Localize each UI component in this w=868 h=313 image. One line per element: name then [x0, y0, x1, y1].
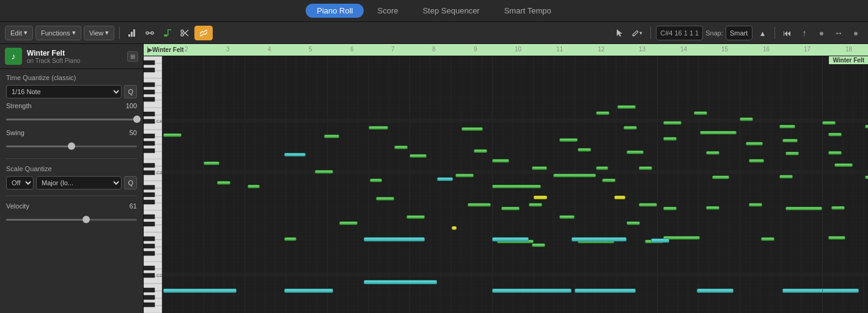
- loop-btn[interactable]: ↔: [831, 26, 846, 40]
- swing-value: 50: [119, 129, 137, 136]
- note: [559, 138, 578, 142]
- snap-select[interactable]: Smart: [726, 26, 752, 40]
- velocity-value: 61: [119, 202, 137, 210]
- track-name: Winter Felt: [27, 49, 122, 57]
- swing-thumb[interactable]: [68, 142, 75, 150]
- note: [284, 289, 333, 293]
- snap-up-btn[interactable]: ▴: [755, 26, 770, 40]
- note: [364, 280, 437, 284]
- scissors-icon-btn[interactable]: [177, 26, 192, 40]
- track-info: Winter Felt on Track Soft Piano: [27, 49, 122, 64]
- note: [602, 179, 616, 182]
- note: [663, 207, 677, 210]
- record-btn[interactable]: ●: [814, 26, 829, 40]
- swing-row: Swing 50: [6, 129, 137, 136]
- note: [217, 181, 230, 185]
- note: [700, 131, 737, 134]
- scale-q-btn[interactable]: Q: [124, 176, 137, 190]
- note: [369, 126, 388, 130]
- note: [740, 117, 753, 121]
- strength-slider[interactable]: [6, 114, 137, 124]
- note: [376, 197, 394, 201]
- svg-text:C2: C2: [156, 273, 162, 278]
- note: [474, 149, 487, 153]
- rewind-btn[interactable]: ⏮: [780, 26, 795, 40]
- scale-type-select[interactable]: Major (lo...: [36, 176, 122, 190]
- note: [575, 289, 636, 293]
- swing-slider[interactable]: [6, 141, 137, 151]
- note: [462, 127, 483, 131]
- note: [553, 174, 596, 177]
- note: [452, 226, 457, 230]
- pointer-tool-btn[interactable]: [612, 26, 627, 40]
- note: [746, 142, 763, 145]
- note: [572, 237, 627, 241]
- note: [370, 179, 382, 182]
- note: [639, 166, 652, 170]
- midi-icon-btn[interactable]: [142, 26, 158, 40]
- svg-rect-36: [162, 119, 868, 122]
- tab-smart-tempo[interactable]: Smart Tempo: [493, 4, 562, 18]
- speaker-btn[interactable]: ●: [848, 26, 863, 40]
- region-name-right: Winter Felt: [829, 56, 868, 64]
- note: [822, 121, 836, 125]
- note: [437, 177, 453, 181]
- strength-thumb[interactable]: [133, 116, 141, 123]
- controls-panel: Time Quantize (classic) 1/16 Note Q Stre…: [0, 69, 143, 230]
- pencil-tool-btn[interactable]: ▾: [629, 26, 645, 40]
- note: [828, 133, 842, 136]
- velocity-thumb[interactable]: [83, 216, 90, 223]
- link-btn[interactable]: [194, 26, 213, 40]
- note: [468, 203, 491, 207]
- track-subtitle: on Track Soft Piano: [27, 57, 122, 64]
- divider-1: [6, 158, 137, 159]
- tab-score[interactable]: Score: [366, 4, 409, 18]
- tab-bar: Piano Roll Score Step Sequencer Smart Te…: [0, 0, 868, 22]
- note: [492, 237, 529, 241]
- tab-step-sequencer[interactable]: Step Sequencer: [411, 4, 490, 18]
- functions-menu-btn[interactable]: Functions ▾: [35, 26, 81, 40]
- velocity-slider[interactable]: [6, 215, 137, 224]
- note-icon-btn[interactable]: [160, 26, 175, 40]
- strength-row: Strength 100: [6, 102, 137, 109]
- note: [614, 196, 625, 199]
- note: [364, 237, 425, 241]
- note: [761, 237, 774, 241]
- svg-rect-1: [131, 32, 133, 37]
- separator-1: [119, 27, 120, 39]
- quantize-q-btn[interactable]: Q: [124, 85, 137, 98]
- piano-grid: C4 C3 C2: [144, 56, 868, 313]
- scale-off-select[interactable]: Off: [6, 176, 34, 190]
- note: [284, 237, 296, 241]
- note: [315, 170, 333, 174]
- velocity-row: Velocity 61: [6, 202, 137, 210]
- note: [248, 185, 260, 188]
- note-grid: Winter Felt: [162, 56, 868, 313]
- note: [529, 203, 542, 207]
- note: [639, 203, 657, 207]
- svg-rect-38: [162, 273, 868, 276]
- note: [492, 159, 509, 163]
- note: [492, 185, 541, 188]
- edit-menu-btn[interactable]: Edit ▾: [5, 26, 33, 40]
- track-expand-btn[interactable]: ⊞: [127, 51, 138, 62]
- arrow-up-btn[interactable]: ↑: [797, 26, 812, 40]
- note: [749, 159, 764, 163]
- chevron-down-icon: ▾: [72, 29, 76, 37]
- note: [559, 215, 575, 219]
- swing-label: Swing: [6, 129, 116, 136]
- note: [284, 153, 306, 156]
- note: [779, 175, 793, 179]
- quantize-icon-btn[interactable]: [125, 26, 139, 40]
- tab-piano-roll[interactable]: Piano Roll: [306, 4, 364, 18]
- chevron-down-icon: ▾: [24, 29, 28, 37]
- region-play-icon: ▶: [147, 46, 152, 53]
- note: [697, 289, 734, 293]
- divider-2: [6, 196, 137, 196]
- note: [501, 207, 520, 210]
- quantize-select[interactable]: 1/16 Note: [6, 85, 122, 98]
- view-menu-btn[interactable]: View ▾: [84, 26, 115, 40]
- note: [828, 236, 845, 240]
- note: [596, 111, 609, 115]
- note: [663, 137, 677, 141]
